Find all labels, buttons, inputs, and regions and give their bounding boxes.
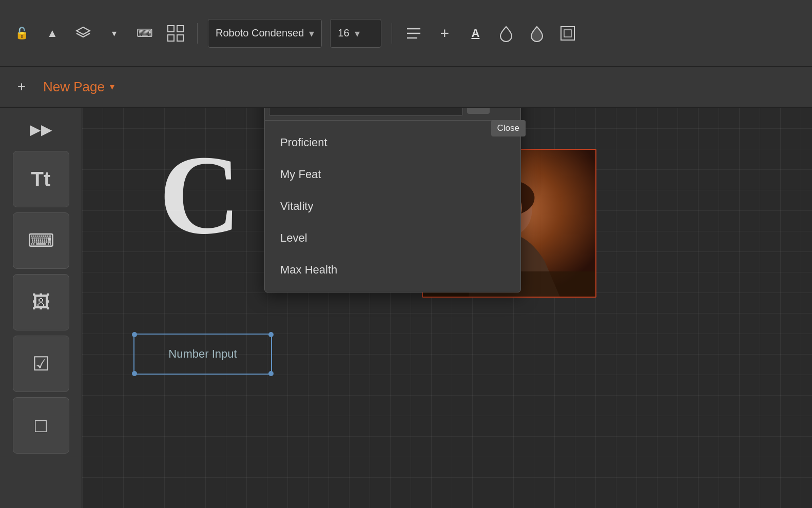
- image-tool-button[interactable]: 🖼: [13, 274, 69, 330]
- keyboard-icon[interactable]: ⌨: [133, 22, 156, 45]
- dropdown-toggle-button[interactable]: ▲: [467, 108, 490, 114]
- canvas-area[interactable]: C: [82, 108, 812, 508]
- page-dropdown-chevron: ▾: [110, 81, 114, 92]
- page-name-text: New Page: [43, 79, 105, 95]
- list-item[interactable]: My Feat: [265, 159, 520, 190]
- canvas-letter: C: [159, 139, 241, 251]
- svg-rect-1: [168, 26, 174, 32]
- shape-tool-button[interactable]: □: [13, 397, 69, 454]
- layers-chevron-icon[interactable]: ▾: [103, 22, 125, 45]
- svg-rect-3: [168, 35, 174, 41]
- number-input-element[interactable]: Number Input: [133, 334, 272, 375]
- resize-handle-bl[interactable]: [132, 371, 137, 376]
- font-family-chevron: ▾: [309, 27, 314, 40]
- grid-settings-icon[interactable]: [164, 22, 187, 45]
- list-item[interactable]: Level: [265, 222, 520, 254]
- font-size-label: 16: [338, 27, 349, 39]
- svg-rect-9: [564, 30, 571, 37]
- stroke-color-icon[interactable]: [526, 22, 548, 45]
- close-tooltip: Close: [491, 120, 526, 136]
- resize-handle-br[interactable]: [268, 371, 274, 376]
- up-arrow-icon[interactable]: ▲: [41, 22, 64, 45]
- lock-icon[interactable]: 🔓: [10, 22, 33, 45]
- font-size-chevron: ▾: [355, 27, 360, 40]
- font-family-selector[interactable]: Roboto Condensed ▾: [208, 19, 322, 48]
- attribute-search-input[interactable]: [269, 108, 463, 116]
- page-toolbar: + New Page ▾: [0, 67, 812, 108]
- left-sidebar: ▶▶ Tt ⌨ 🖼 ☑ □: [0, 108, 82, 508]
- font-size-selector[interactable]: 16 ▾: [330, 19, 381, 48]
- svg-marker-0: [76, 27, 90, 34]
- number-input-label: Number Input: [168, 347, 237, 361]
- top-toolbar: 🔓 ▲ ▾ ⌨ Roboto Condensed ▾ 16 ▾ +: [0, 0, 812, 67]
- add-element-icon[interactable]: +: [433, 22, 456, 45]
- resize-handle-tr[interactable]: [268, 332, 274, 337]
- dropdown-search-row: ▲ ✕ Close: [265, 108, 520, 121]
- add-page-button[interactable]: +: [10, 75, 33, 98]
- skip-button[interactable]: ▶▶: [13, 118, 69, 141]
- svg-rect-4: [177, 35, 183, 41]
- frame-icon[interactable]: [556, 22, 579, 45]
- font-family-label: Roboto Condensed: [216, 27, 304, 39]
- page-name-label[interactable]: New Page ▾: [43, 79, 114, 95]
- layers-icon[interactable]: [72, 22, 94, 45]
- text-tool-button[interactable]: Tt: [13, 151, 69, 207]
- checkbox-tool-button[interactable]: ☑: [13, 336, 69, 392]
- list-item[interactable]: Vitality: [265, 190, 520, 222]
- list-item[interactable]: Max Health: [265, 254, 520, 286]
- text-color-icon[interactable]: A: [464, 22, 487, 45]
- resize-handle-tl[interactable]: [132, 332, 137, 337]
- svg-rect-2: [177, 26, 183, 32]
- list-item[interactable]: Proficient: [265, 127, 520, 159]
- svg-rect-8: [561, 27, 574, 40]
- dropdown-close-button[interactable]: ✕: [494, 108, 516, 114]
- fill-color-icon[interactable]: [495, 22, 517, 45]
- align-icon[interactable]: [402, 22, 425, 45]
- keyboard-tool-button[interactable]: ⌨: [13, 212, 69, 269]
- attribute-list: Proficient My Feat Vitality Level Max He…: [265, 121, 520, 292]
- attribute-search-dropdown: ▲ ✕ Close Proficient My Feat Vitality Le…: [264, 108, 521, 292]
